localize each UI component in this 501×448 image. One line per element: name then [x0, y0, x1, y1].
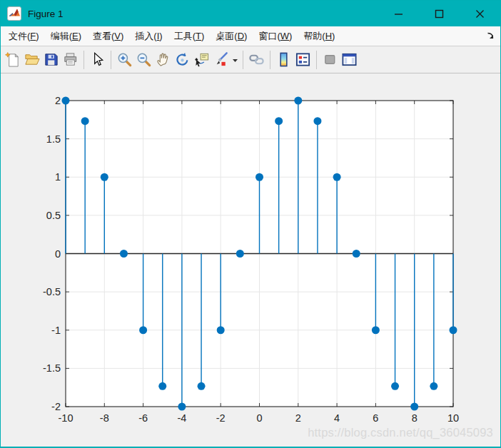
- x-tick-label: 8: [412, 412, 418, 424]
- pointer-button[interactable]: [88, 50, 107, 70]
- zoom-in-icon: [116, 51, 133, 68]
- insert-legend-button[interactable]: [293, 50, 313, 70]
- stem-marker: [372, 326, 380, 334]
- minimize-button[interactable]: [378, 1, 419, 26]
- x-tick-label: -10: [59, 412, 74, 424]
- y-tick-label: -2: [51, 401, 61, 412]
- x-tick-label: 4: [334, 412, 340, 424]
- zoom-out-button[interactable]: [134, 50, 153, 70]
- y-tick-label: 1.5: [46, 133, 61, 145]
- x-tick-label: -2: [216, 412, 226, 424]
- pointer-icon: [89, 51, 106, 68]
- data-cursor-icon: [193, 51, 210, 68]
- zoom-out-icon: [136, 51, 152, 68]
- menu-item-h[interactable]: 帮助(H): [298, 27, 340, 46]
- dock-figure-icon[interactable]: [485, 31, 497, 42]
- toolbar-separator: [316, 51, 317, 69]
- brush-dropdown-button[interactable]: [231, 50, 239, 70]
- brush-button[interactable]: [211, 50, 231, 70]
- insert-legend-icon: [295, 51, 311, 68]
- stem-marker: [198, 382, 206, 390]
- stem-marker: [120, 250, 128, 258]
- zoom-in-button[interactable]: [115, 50, 134, 70]
- stem-marker: [391, 382, 399, 390]
- stem-marker: [178, 403, 186, 411]
- y-tick-label: 0.5: [46, 210, 61, 221]
- pan-button[interactable]: [153, 50, 173, 70]
- x-tick-label: 2: [295, 412, 301, 424]
- stem-marker: [333, 173, 341, 181]
- stem-marker: [81, 117, 89, 125]
- matlab-logo-icon: [7, 6, 21, 21]
- menu-bar: 文件(F)编辑(E)查看(V)插入(I)工具(T)桌面(D)窗口(W)帮助(H): [1, 26, 500, 46]
- stem-marker: [313, 117, 321, 125]
- save-figure-button[interactable]: [41, 50, 61, 70]
- y-tick-label: 1: [55, 171, 61, 183]
- x-tick-label: -6: [138, 412, 148, 424]
- y-tick-label: 2: [55, 95, 61, 106]
- open-file-icon: [24, 51, 40, 68]
- stem-plot: -10-8-6-4-20246810-2-1.5-1-0.500.511.52: [1, 73, 500, 447]
- stem-marker: [62, 97, 70, 105]
- show-plot-tools-button[interactable]: [340, 50, 359, 70]
- stem-marker: [410, 403, 418, 411]
- x-tick-label: 6: [373, 412, 378, 424]
- x-tick-label: -8: [100, 412, 109, 424]
- stem-marker: [139, 326, 147, 334]
- stem-marker: [236, 250, 244, 258]
- insert-colorbar-button[interactable]: [274, 50, 293, 70]
- y-tick-label: -1: [51, 325, 61, 336]
- link-plot-button[interactable]: [247, 50, 266, 70]
- toolbar-separator: [270, 51, 270, 69]
- stem-marker: [255, 173, 263, 181]
- menu-item-i[interactable]: 插入(I): [129, 27, 168, 46]
- x-tick-label: -4: [177, 412, 186, 424]
- menu-item-t[interactable]: 工具(T): [168, 27, 211, 46]
- x-tick-label: 0: [256, 412, 262, 424]
- save-figure-icon: [43, 51, 59, 68]
- maximize-button[interactable]: [419, 1, 460, 26]
- menu-item-w[interactable]: 窗口(W): [253, 27, 298, 46]
- figure-window: Figure 1 文件(F)编辑(E)查看(V)插入(I)工具(T)桌面(D)窗…: [0, 0, 501, 448]
- window-controls: [378, 1, 500, 26]
- open-file-button[interactable]: [22, 50, 41, 70]
- show-plot-tools-icon: [341, 51, 358, 68]
- toolbar: [1, 46, 500, 73]
- new-figure-icon: [4, 51, 21, 68]
- brush-dropdown-icon: [232, 53, 238, 67]
- menu-item-f[interactable]: 文件(F): [3, 27, 45, 46]
- link-plot-icon: [248, 51, 265, 68]
- menu-item-e[interactable]: 编辑(E): [45, 27, 87, 46]
- stem-marker: [450, 326, 457, 334]
- stem-marker: [158, 382, 166, 390]
- rotate-3d-button[interactable]: [173, 50, 192, 70]
- stem-marker: [353, 250, 360, 258]
- watermark-text: https://blog.csdn.net/qq_36045093: [308, 426, 493, 439]
- toolbar-separator: [84, 51, 84, 69]
- print-figure-button[interactable]: [61, 50, 80, 70]
- y-tick-label: -1.5: [43, 362, 61, 374]
- stem-marker: [217, 326, 225, 334]
- menu-item-v[interactable]: 查看(V): [87, 27, 129, 46]
- x-tick-label: 10: [447, 412, 459, 424]
- stem-marker: [430, 382, 437, 390]
- pan-icon: [155, 51, 171, 68]
- brush-icon: [213, 51, 229, 68]
- window-title: Figure 1: [28, 9, 64, 19]
- hide-plot-tools-button[interactable]: [320, 50, 340, 70]
- title-bar: Figure 1: [1, 1, 500, 26]
- rotate-3d-icon: [174, 51, 191, 68]
- data-cursor-button[interactable]: [192, 50, 211, 70]
- toolbar-separator: [243, 51, 243, 69]
- y-tick-label: -0.5: [43, 286, 61, 297]
- insert-colorbar-icon: [275, 51, 292, 68]
- toolbar-separator: [111, 51, 111, 69]
- stem-marker: [275, 117, 283, 125]
- menu-item-d[interactable]: 桌面(D): [210, 27, 253, 46]
- stem-marker: [294, 97, 302, 105]
- y-tick-label: 0: [55, 248, 61, 260]
- figure-canvas: -10-8-6-4-20246810-2-1.5-1-0.500.511.52 …: [1, 73, 500, 447]
- close-button[interactable]: [460, 1, 500, 26]
- hide-plot-tools-icon: [322, 51, 338, 68]
- new-figure-button[interactable]: [3, 50, 22, 70]
